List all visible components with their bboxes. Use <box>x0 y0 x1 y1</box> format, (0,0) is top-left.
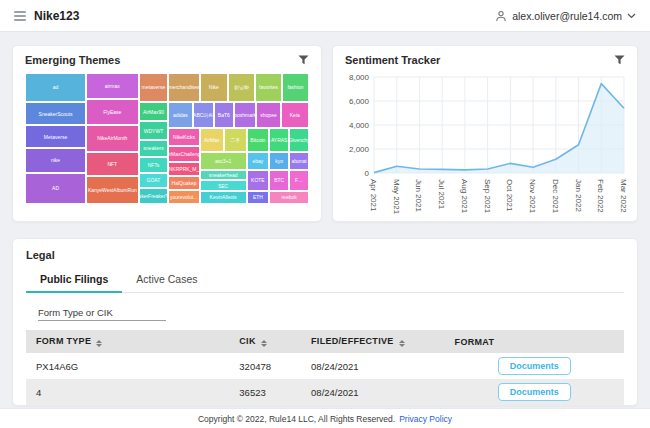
brand-title: Nike123 <box>34 9 79 23</box>
treemap-cell[interactable]: NikeKicks <box>168 128 199 146</box>
treemap-cell[interactable]: SEC <box>200 180 247 190</box>
treemap-cell[interactable]: 런닝화 <box>228 73 255 102</box>
treemap-cell[interactable]: NFT <box>86 152 139 177</box>
treemap-cell[interactable]: AYRAS <box>269 128 289 152</box>
treemap-cell[interactable]: SneakerScouts <box>25 102 86 126</box>
topbar: Nike123 alex.oliver@rule14.com <box>0 0 650 32</box>
table-cell: 36523 <box>229 379 301 405</box>
svg-text:May 2021: May 2021 <box>392 179 401 215</box>
table-cell: 08/24/2021 <box>301 353 445 379</box>
svg-text:Oct 2021: Oct 2021 <box>505 179 514 212</box>
table-row: PX14A6G32047808/24/2021Documents <box>26 353 624 379</box>
svg-text:Nov 2021: Nov 2021 <box>528 179 537 214</box>
tab-public-filings[interactable]: Public Filings <box>26 268 122 293</box>
column-header-form-type[interactable]: FORM TYPE <box>26 330 229 353</box>
treemap-cell[interactable]: KevinAllexis <box>200 191 247 204</box>
treemap-cell[interactable]: yourevolut… <box>168 190 199 204</box>
treemap-cell[interactable]: BaT6 <box>214 102 234 128</box>
treemap-cell[interactable]: fashion <box>282 73 309 102</box>
chevron-down-icon <box>627 13 636 19</box>
documents-button[interactable]: Documents <box>498 383 571 401</box>
privacy-policy-link[interactable]: Privacy Policy <box>399 414 452 424</box>
search-input[interactable] <box>38 305 166 321</box>
svg-text:Dec 2021: Dec 2021 <box>551 179 560 214</box>
sentiment-title: Sentiment Tracker <box>345 54 440 66</box>
treemap-cell[interactable]: NFTs <box>139 157 169 173</box>
footer: Copyright © 2022, Rule14 LLC, All Rights… <box>0 408 650 428</box>
svg-text:8,000: 8,000 <box>349 73 370 82</box>
treemap-cell[interactable]: Nike <box>200 73 228 102</box>
svg-text:0: 0 <box>365 169 370 178</box>
tab-active-cases[interactable]: Active Cases <box>122 268 211 292</box>
sort-icon <box>261 340 267 347</box>
treemap-cell[interactable]: FlyEase <box>86 99 139 125</box>
table-cell: 08/24/2021 <box>301 379 445 405</box>
column-header-filed-effective[interactable]: FILED/EFFECTIVE <box>301 330 445 353</box>
treemap-cell[interactable]: KanyeWestAlbumRun <box>86 176 139 204</box>
treemap-cell[interactable]: adidas <box>168 102 192 128</box>
treemap-cell[interactable]: AirMax90 <box>139 102 169 122</box>
treemap-cell[interactable]: sneakerhead <box>200 170 247 180</box>
table-row: 43652308/24/2021Documents <box>26 379 624 405</box>
table-cell: 320478 <box>229 353 301 379</box>
treemap-cell[interactable]: Keia <box>281 102 309 128</box>
treemap-cell[interactable]: merchandises <box>168 73 199 102</box>
treemap-cell[interactable]: ebay <box>247 152 270 170</box>
treemap-cell[interactable]: AD <box>25 173 86 204</box>
filter-icon[interactable] <box>298 55 309 65</box>
treemap-cell[interactable]: KOTE <box>247 170 270 191</box>
treemap-cell[interactable]: nike <box>25 148 86 173</box>
legal-tabs: Public FilingsActive Cases <box>26 268 624 293</box>
svg-text:Apr 2021: Apr 2021 <box>369 179 378 212</box>
treemap-cell[interactable]: sneakers <box>139 140 169 157</box>
svg-text:Mar 2022: Mar 2022 <box>619 179 628 213</box>
treemap-cell[interactable]: 二手 <box>224 128 247 152</box>
treemap-cell[interactable]: asc3+1 <box>200 152 247 170</box>
themes-treemap: adSneakerScoutsMetaversenikeADairmaxFlyE… <box>25 73 309 204</box>
treemap-cell[interactable]: SNKRPRK_M_B <box>168 162 199 176</box>
treemap-cell[interactable]: shopee <box>256 102 280 128</box>
svg-text:Jul 2021: Jul 2021 <box>437 179 446 210</box>
user-icon <box>495 10 507 22</box>
treemap-cell[interactable]: abonat <box>289 152 309 170</box>
treemap-cell[interactable]: GOAT <box>139 173 169 189</box>
treemap-cell[interactable]: F… <box>289 170 309 191</box>
svg-text:Sep 2021: Sep 2021 <box>483 179 492 214</box>
treemap-cell[interactable]: favorites <box>255 73 282 102</box>
emerging-themes-card: Emerging Themes adSneakerScoutsMetaverse… <box>12 45 322 222</box>
filter-icon[interactable] <box>614 55 625 65</box>
treemap-cell[interactable]: kyo <box>269 152 289 170</box>
treemap-cell[interactable]: ad <box>25 73 86 102</box>
treemap-cell[interactable]: ABC마트 <box>193 102 214 128</box>
emerging-themes-title: Emerging Themes <box>25 54 120 66</box>
treemap-cell[interactable]: WDYWT <box>139 121 169 139</box>
treemap-cell[interactable]: NikeAirMonth <box>86 125 139 151</box>
svg-text:Aug 2021: Aug 2021 <box>460 179 469 214</box>
table-cell: 4 <box>26 379 229 405</box>
treemap-cell[interactable]: AirMax <box>200 128 224 152</box>
treemap-cell[interactable]: ETH <box>247 191 270 204</box>
treemap-cell[interactable]: airmax <box>86 73 139 99</box>
copyright-text: Copyright © 2022, Rule14 LLC, All Rights… <box>198 414 395 424</box>
sort-icon <box>96 340 102 347</box>
documents-button[interactable]: Documents <box>498 357 571 375</box>
sentiment-chart: 02,0004,0006,0008,000Apr 2021May 2021Jun… <box>338 70 632 217</box>
sort-icon <box>399 340 405 347</box>
treemap-cell[interactable]: Metaverse <box>25 125 86 147</box>
column-header-cik[interactable]: CIK <box>229 330 301 353</box>
treemap-cell[interactable]: BTC <box>269 170 289 191</box>
treemap-cell[interactable]: SneakerFreakerTeam <box>139 188 169 204</box>
treemap-cell[interactable]: HalQuakep <box>168 176 199 189</box>
svg-text:6,000: 6,000 <box>349 97 370 106</box>
treemap-cell[interactable]: reebok <box>269 191 309 204</box>
svg-text:2,000: 2,000 <box>349 145 370 154</box>
treemap-cell[interactable]: poshmark <box>234 102 257 128</box>
menu-icon[interactable] <box>14 11 26 21</box>
treemap-cell[interactable]: metaverse <box>139 73 169 102</box>
treemap-cell[interactable]: Givenchy <box>289 128 309 152</box>
user-menu[interactable]: alex.oliver@rule14.com <box>495 10 636 22</box>
svg-text:4,000: 4,000 <box>349 121 370 130</box>
legal-title: Legal <box>26 249 624 261</box>
treemap-cell[interactable]: Bitcoin <box>247 128 270 152</box>
treemap-cell[interactable]: AirMaxChallenge <box>168 146 199 162</box>
